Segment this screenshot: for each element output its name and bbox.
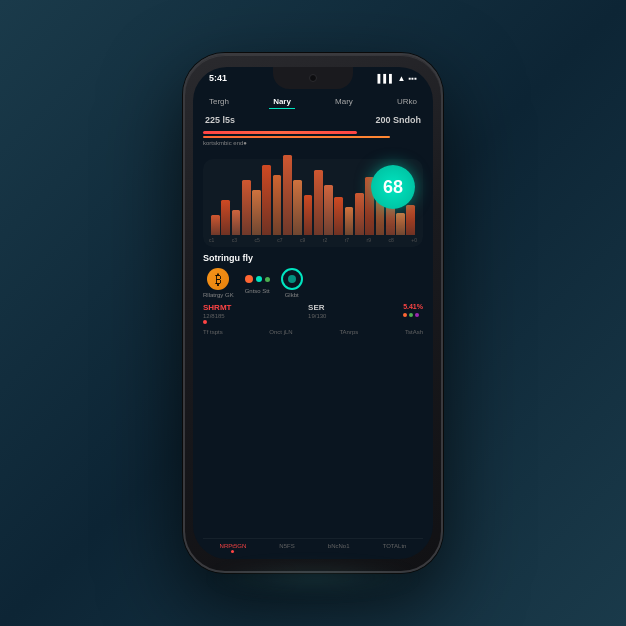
circle-icon <box>281 268 303 290</box>
stat-2: 200 Sndoh <box>375 115 421 125</box>
info-3-label: TAnrps <box>339 329 358 335</box>
chart-bar <box>283 155 292 235</box>
metric-3-value: 5.41% <box>403 303 423 310</box>
wifi-icon: ▲ <box>398 74 406 83</box>
chart-bar <box>293 180 302 235</box>
screen-content: Tergh Nary Mary URko 225 l5s 200 Sndoh k… <box>193 89 433 559</box>
chart-bar <box>221 200 230 235</box>
notch <box>273 67 353 89</box>
chart-bar <box>252 190 261 235</box>
signal-icon: ▌▌▌ <box>378 74 395 83</box>
stat-1: 225 l5s <box>205 115 235 125</box>
chart-bar <box>242 180 251 235</box>
asset-circle-label: Glkbt <box>285 292 299 298</box>
chart-indicator: kortskmbic end● <box>203 131 423 149</box>
dot-green <box>265 277 270 282</box>
chart-bar <box>314 170 323 235</box>
phone-reflection <box>203 563 423 593</box>
power-button <box>441 135 443 185</box>
phone-frame: 5:41 ▌▌▌ ▲ ▪▪▪ Tergh Nary Mary URko 225 <box>183 53 443 573</box>
footer-tab-4[interactable]: TOTALtn <box>383 543 407 553</box>
tab-urko[interactable]: URko <box>393 95 421 109</box>
metric-1-value: SHRMT <box>203 303 231 312</box>
chart-bar <box>232 210 241 235</box>
phone-device: 5:41 ▌▌▌ ▲ ▪▪▪ Tergh Nary Mary URko 225 <box>183 53 443 573</box>
metrics-row: SHRMT 12/8185 SER 19/130 5.41% <box>203 303 423 324</box>
info-4-label: TstAsh <box>405 329 423 335</box>
asset-bitcoin-label: Rllatrgy GK <box>203 292 234 298</box>
assets-row: ₿ Rllatrgy GK Gntso Stt <box>203 268 423 298</box>
stats-row: 225 l5s 200 Sndoh <box>203 115 423 125</box>
volume-up-button <box>183 125 185 155</box>
tab-nary[interactable]: Nary <box>269 95 295 109</box>
metric-1-label: 12/8185 <box>203 313 231 319</box>
chart-bar <box>262 165 271 235</box>
active-tab-indicator <box>231 550 234 553</box>
indicator-line-2 <box>203 136 390 138</box>
metric-2-label: 19/130 <box>308 313 326 319</box>
section-title: Sotringu fly <box>203 253 423 263</box>
bottom-section: Sotringu fly ₿ Rllatrgy GK <box>203 253 423 555</box>
info-4: TstAsh <box>405 329 423 335</box>
chart-section: 68 c1 c3 c5 c7 c9 r2 r7 r9 c8 +0 <box>203 159 423 247</box>
info-1-label: Tf tspts <box>203 329 223 335</box>
chart-bar <box>211 215 220 235</box>
metric-1: SHRMT 12/8185 <box>203 303 231 324</box>
chart-bar <box>304 195 313 235</box>
indicator-line-1 <box>203 131 357 134</box>
asset-circle: Glkbt <box>281 268 303 298</box>
chart-sublabel: kortskmbic end● <box>203 140 423 146</box>
nav-tabs: Tergh Nary Mary URko <box>203 95 423 109</box>
battery-icon: ▪▪▪ <box>408 74 417 83</box>
metric-3: 5.41% <box>403 303 423 324</box>
dot-sm-1 <box>403 313 407 317</box>
chart-bar <box>396 213 405 235</box>
asset-bitcoin: ₿ Rllatrgy GK <box>203 268 234 298</box>
info-3: TAnrps <box>339 329 358 335</box>
chart-bar <box>406 205 415 235</box>
chart-bar <box>273 175 282 235</box>
dot-teal <box>256 276 262 282</box>
bitcoin-icon: ₿ <box>207 268 229 290</box>
camera <box>309 74 317 82</box>
chart-bar <box>355 193 364 235</box>
dot-sm-2 <box>409 313 413 317</box>
chart-x-labels: c1 c3 c5 c7 c9 r2 r7 r9 c8 +0 <box>209 237 417 243</box>
dot-red <box>245 275 253 283</box>
info-2-label: Onct jLN <box>269 329 292 335</box>
chart-bar <box>324 185 333 235</box>
metric-2-value: SER <box>308 303 326 312</box>
asset-dots-label: Gntso Stt <box>245 288 270 294</box>
volume-down-button <box>183 163 185 193</box>
phone-screen: 5:41 ▌▌▌ ▲ ▪▪▪ Tergh Nary Mary URko 225 <box>193 67 433 559</box>
dot-sm-3 <box>415 313 419 317</box>
footer-tabs: NRPt5GN N5FS bNcNo1 TOTALtn <box>203 538 423 555</box>
chart-badge: 68 <box>371 165 415 209</box>
footer-tab-2[interactable]: N5FS <box>279 543 294 553</box>
chart-bar <box>345 207 354 235</box>
footer-tab-3[interactable]: bNcNo1 <box>328 543 350 553</box>
status-icons: ▌▌▌ ▲ ▪▪▪ <box>378 74 417 83</box>
asset-dots: Gntso Stt <box>242 272 273 294</box>
tab-tergh[interactable]: Tergh <box>205 95 233 109</box>
info-1: Tf tspts <box>203 329 223 335</box>
info-row: Tf tspts Onct jLN TAnrps TstAsh <box>203 329 423 335</box>
footer-tab-1[interactable]: NRPt5GN <box>220 543 247 553</box>
tab-mary[interactable]: Mary <box>331 95 357 109</box>
chart-bar <box>334 197 343 235</box>
metric-2: SER 19/130 <box>308 303 326 324</box>
info-2: Onct jLN <box>269 329 292 335</box>
metric-1-dot <box>203 320 207 324</box>
status-time: 5:41 <box>209 73 227 83</box>
